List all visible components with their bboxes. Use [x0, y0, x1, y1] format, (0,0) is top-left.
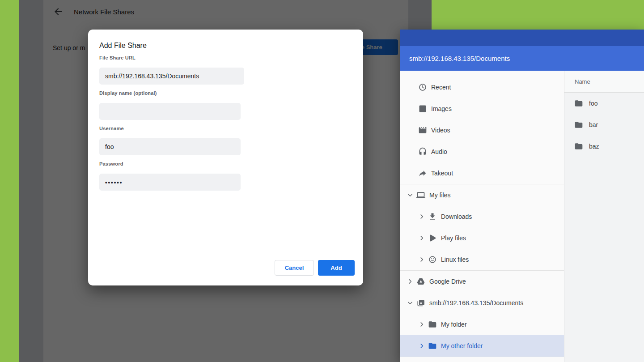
- password-label: Password: [99, 161, 123, 166]
- chevron-right-icon[interactable]: [418, 234, 425, 242]
- chevron-right-icon[interactable]: [418, 321, 425, 328]
- files-sidebar: Recent Images Videos Audio Takeout: [400, 71, 564, 362]
- display-name-label: Display name (optional): [99, 90, 157, 96]
- add-button[interactable]: Add: [318, 260, 355, 276]
- file-row[interactable]: foo: [564, 93, 644, 114]
- sidebar-item-google-drive[interactable]: Google Drive: [400, 271, 564, 292]
- google-drive-icon: [416, 277, 425, 286]
- chevron-right-icon[interactable]: [407, 278, 414, 285]
- sidebar-item-play-files[interactable]: Play files: [400, 227, 564, 249]
- sidebar-item-label: Videos: [431, 127, 450, 134]
- sidebar-item-label: Audio: [431, 148, 447, 155]
- cancel-button[interactable]: Cancel: [275, 260, 314, 276]
- sidebar-item-label: Downloads: [441, 213, 472, 220]
- file-name-label: baz: [589, 143, 599, 150]
- username-input[interactable]: [99, 138, 241, 155]
- display-name-input[interactable]: [99, 103, 241, 120]
- folder-icon: [428, 341, 437, 350]
- add-file-share-dialog: Add File Share File Share URL Display na…: [88, 30, 363, 285]
- chevron-right-icon[interactable]: [418, 342, 425, 349]
- clock-icon: [418, 83, 427, 92]
- file-share-url-input[interactable]: [99, 68, 244, 85]
- folder-icon: [428, 320, 437, 329]
- play-icon: [428, 234, 437, 243]
- sidebar-item-label: My folder: [441, 321, 467, 328]
- sidebar-item-my-files[interactable]: My files: [400, 184, 564, 206]
- penguin-icon: [428, 255, 437, 264]
- sidebar-item-label: smb://192.168.43.135/Documents: [429, 299, 523, 307]
- file-row[interactable]: bar: [564, 114, 644, 136]
- column-header-name[interactable]: Name: [564, 71, 644, 93]
- folder-icon: [574, 142, 583, 151]
- file-row[interactable]: baz: [564, 136, 644, 157]
- sidebar-item-label: My files: [429, 192, 450, 199]
- sidebar-item-label: My other folder: [441, 342, 483, 349]
- sidebar-item-images[interactable]: Images: [400, 98, 564, 119]
- files-toolbar: smb://192.168.43.135/Documents: [400, 46, 644, 71]
- sidebar-item-recent[interactable]: Recent: [400, 77, 564, 98]
- dialog-title: Add File Share: [99, 42, 147, 50]
- files-window-titlebar[interactable]: [400, 30, 644, 46]
- laptop-icon: [416, 191, 425, 200]
- column-header-label: Name: [575, 78, 590, 85]
- password-input[interactable]: [99, 174, 241, 191]
- image-icon: [418, 104, 427, 113]
- movie-icon: [418, 126, 427, 135]
- sidebar-item-label: Takeout: [431, 170, 453, 177]
- sidebar-item-label: Google Drive: [429, 278, 466, 285]
- chevron-down-icon[interactable]: [407, 299, 414, 307]
- username-label: Username: [99, 126, 124, 131]
- sidebar-item-audio[interactable]: Audio: [400, 141, 564, 162]
- file-name-label: bar: [589, 121, 598, 128]
- headset-icon: [418, 147, 427, 156]
- sidebar-item-my-other-folder[interactable]: My other folder: [400, 335, 564, 357]
- sidebar-item-takeout[interactable]: Takeout: [400, 162, 564, 184]
- sidebar-item-label: Images: [431, 105, 452, 112]
- sidebar-item-downloads[interactable]: Downloads: [400, 206, 564, 227]
- chevron-right-icon[interactable]: [418, 213, 425, 220]
- files-app-window: smb://192.168.43.135/Documents Recent Im…: [400, 30, 644, 362]
- sidebar-item-my-folder[interactable]: My folder: [400, 314, 564, 335]
- chevron-down-icon[interactable]: [407, 192, 414, 199]
- sidebar-item-label: Recent: [431, 84, 451, 91]
- file-list-pane: Name foo bar baz: [564, 71, 644, 362]
- file-share-url-label: File Share URL: [99, 55, 136, 60]
- sidebar-item-label: Linux files: [441, 256, 469, 263]
- current-path-label: smb://192.168.43.135/Documents: [409, 55, 510, 62]
- download-icon: [428, 212, 437, 221]
- shared-folder-icon: [416, 298, 425, 307]
- sidebar-item-videos[interactable]: Videos: [400, 119, 564, 141]
- takeout-arrow-icon: [418, 169, 427, 178]
- sidebar-item-label: Play files: [441, 234, 466, 242]
- sidebar-divider: [400, 357, 564, 357]
- sidebar-item-linux-files[interactable]: Linux files: [400, 249, 564, 270]
- file-name-label: foo: [589, 100, 597, 107]
- sidebar-item-smb-share[interactable]: smb://192.168.43.135/Documents: [400, 292, 564, 314]
- chevron-right-icon[interactable]: [418, 256, 425, 263]
- folder-icon: [574, 120, 583, 129]
- folder-icon: [574, 99, 583, 108]
